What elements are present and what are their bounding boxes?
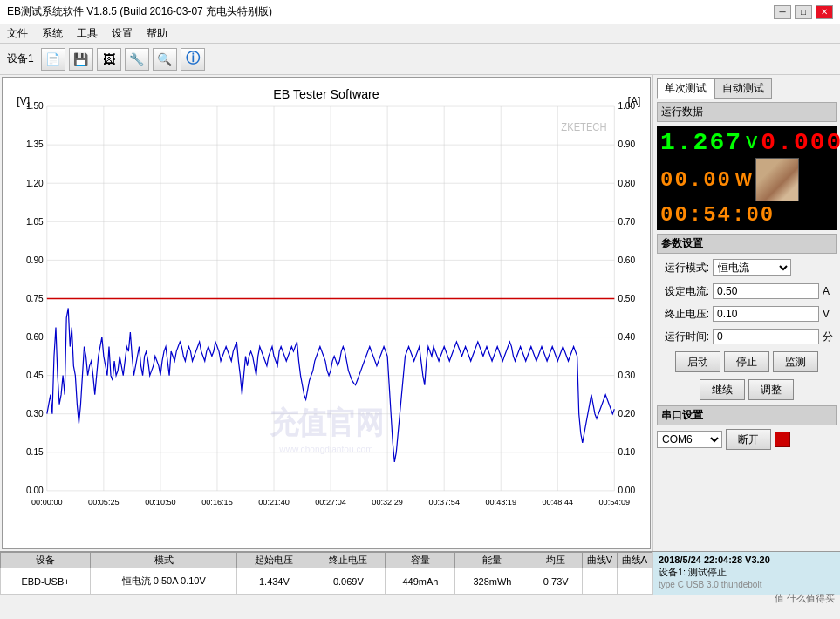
volt-amp-row: 1.267 V 0.000 A <box>660 129 833 156</box>
cell-curve-v <box>583 568 618 595</box>
start-button[interactable]: 启动 <box>675 351 720 372</box>
svg-text:00:16:15: 00:16:15 <box>201 497 233 507</box>
open-button[interactable]: 🖼 <box>97 48 121 71</box>
svg-text:www.chongdiantou.com: www.chongdiantou.com <box>278 443 372 453</box>
voltage-display: 1.267 <box>660 129 742 156</box>
svg-text:0.20: 0.20 <box>618 408 635 418</box>
cell-curve-a <box>618 568 652 595</box>
col-curve-a: 曲线A <box>618 553 652 568</box>
mode-row: 运行模式: 恒电流 恒功率 恒电阻 <box>657 259 837 276</box>
col-end-v: 终止电压 <box>311 553 386 568</box>
col-curve-v: 曲线V <box>583 553 618 568</box>
current-display: 0.000 <box>761 129 840 156</box>
cell-avg-v: 0.73V <box>529 568 583 595</box>
menu-settings[interactable]: 设置 <box>112 26 133 41</box>
minimize-button[interactable]: ─ <box>774 5 791 19</box>
action-buttons-row1: 启动 停止 监测 <box>657 351 837 372</box>
cell-capacity: 449mAh <box>386 568 455 595</box>
save-button[interactable]: 💾 <box>69 48 93 71</box>
svg-text:0.45: 0.45 <box>26 370 44 380</box>
table-row: EBD-USB+ 恒电流 0.50A 0.10V 1.434V 0.069V 4… <box>1 568 652 595</box>
message-datetime: 2018/5/24 22:04:28 V3.20 <box>659 554 835 565</box>
svg-text:1.00: 1.00 <box>618 100 635 111</box>
continue-button[interactable]: 继续 <box>700 379 745 400</box>
current-input[interactable] <box>713 283 819 299</box>
toolbar: 设备1 📄 💾 🖼 🔧 🔍 ⓘ <box>0 44 840 75</box>
svg-text:ZKETECH: ZKETECH <box>561 120 606 133</box>
svg-text:0.75: 0.75 <box>26 292 44 303</box>
port-select[interactable]: COM6 COM1 COM2 COM3 COM4 COM5 <box>657 431 722 448</box>
window-controls: ─ □ ✕ <box>774 5 833 19</box>
monitor-button[interactable]: 监测 <box>773 351 818 372</box>
device-image <box>755 158 799 201</box>
power-unit: W <box>735 170 752 190</box>
svg-text:0.60: 0.60 <box>26 330 44 341</box>
menu-file[interactable]: 文件 <box>7 26 28 41</box>
svg-text:00:10:50: 00:10:50 <box>145 497 176 507</box>
message-panel: 2018/5/24 22:04:28 V3.20 设备1: 测试停止 type … <box>652 552 840 595</box>
menu-help[interactable]: 帮助 <box>147 26 167 41</box>
svg-text:1.05: 1.05 <box>26 215 44 226</box>
cell-energy: 328mWh <box>455 568 529 595</box>
cat-thumbnail <box>756 159 798 201</box>
mode-select[interactable]: 恒电流 恒功率 恒电阻 <box>713 259 791 276</box>
cell-mode: 恒电流 0.50A 0.10V <box>91 568 237 595</box>
info-button[interactable]: ⓘ <box>181 48 205 71</box>
svg-text:0.30: 0.30 <box>618 370 635 380</box>
chart-svg: EB Tester Software [V] [A] ZKETECH <box>3 78 650 548</box>
voltage-input[interactable] <box>713 306 819 322</box>
stop-button[interactable]: 停止 <box>724 351 769 372</box>
watt-time-row: 00.00 W <box>660 158 833 201</box>
svg-text:00:00:00: 00:00:00 <box>31 497 63 507</box>
svg-text:00:32:29: 00:32:29 <box>372 497 403 507</box>
current-row: 设定电流: A <box>657 283 837 299</box>
col-avg-v: 均压 <box>529 553 583 568</box>
serial-row: COM6 COM1 COM2 COM3 COM4 COM5 断开 <box>657 429 837 450</box>
disconnect-button[interactable]: 断开 <box>726 429 771 450</box>
menu-bar: 文件 系统 工具 设置 帮助 <box>0 24 840 44</box>
cell-end-v: 0.069V <box>311 568 386 595</box>
cell-start-v: 1.434V <box>237 568 311 595</box>
svg-text:00:54:09: 00:54:09 <box>599 497 631 507</box>
tab-auto[interactable]: 自动测试 <box>714 78 772 99</box>
svg-text:0.15: 0.15 <box>26 446 44 457</box>
device-label: 设备1 <box>7 51 34 66</box>
menu-tools[interactable]: 工具 <box>77 26 98 41</box>
running-data-label: 运行数据 <box>657 102 837 122</box>
svg-text:0.00: 0.00 <box>26 485 44 495</box>
svg-text:0.40: 0.40 <box>618 330 635 341</box>
time-input[interactable] <box>713 329 819 344</box>
svg-text:00:21:40: 00:21:40 <box>258 497 290 507</box>
col-device: 设备 <box>1 553 91 568</box>
voltage-label: 终止电压: <box>657 307 709 322</box>
menu-system[interactable]: 系统 <box>42 26 63 41</box>
svg-text:0.10: 0.10 <box>618 446 635 457</box>
tab-single[interactable]: 单次测试 <box>657 78 714 99</box>
new-button[interactable]: 📄 <box>41 48 65 71</box>
time-row: 00:54:00 <box>660 203 833 227</box>
serial-title: 串口设置 <box>657 405 837 425</box>
svg-text:00:37:54: 00:37:54 <box>428 497 460 507</box>
search-button[interactable]: 🔍 <box>153 48 177 71</box>
svg-text:0.70: 0.70 <box>618 215 635 226</box>
time-label: 运行时间: <box>657 330 709 344</box>
svg-text:充值官网: 充值官网 <box>269 405 383 440</box>
close-button[interactable]: ✕ <box>816 5 833 19</box>
bottom-table: 设备 模式 起始电压 终止电压 容量 能量 均压 曲线V 曲线A EBD-USB… <box>0 552 652 595</box>
power-display: 00.00 <box>660 168 732 192</box>
svg-text:1.20: 1.20 <box>26 177 44 187</box>
right-panel: 单次测试 自动测试 运行数据 1.267 V 0.000 A 00.00 W 0… <box>652 75 840 551</box>
svg-text:0.80: 0.80 <box>618 177 635 187</box>
tools-button[interactable]: 🔧 <box>125 48 149 71</box>
svg-text:1.50: 1.50 <box>26 100 44 111</box>
maximize-button[interactable]: □ <box>795 5 812 19</box>
adjust-button[interactable]: 调整 <box>748 379 794 400</box>
svg-text:00:48:44: 00:48:44 <box>543 497 574 507</box>
params-title: 参数设置 <box>657 234 837 254</box>
main-area: EB Tester Software [V] [A] ZKETECH <box>0 75 840 551</box>
col-energy: 能量 <box>455 553 529 568</box>
mode-label: 运行模式: <box>657 261 709 275</box>
svg-rect-0 <box>3 78 650 548</box>
message-product: type C USB 3.0 thundebolt <box>659 580 835 589</box>
current-label: 设定电流: <box>657 284 709 299</box>
